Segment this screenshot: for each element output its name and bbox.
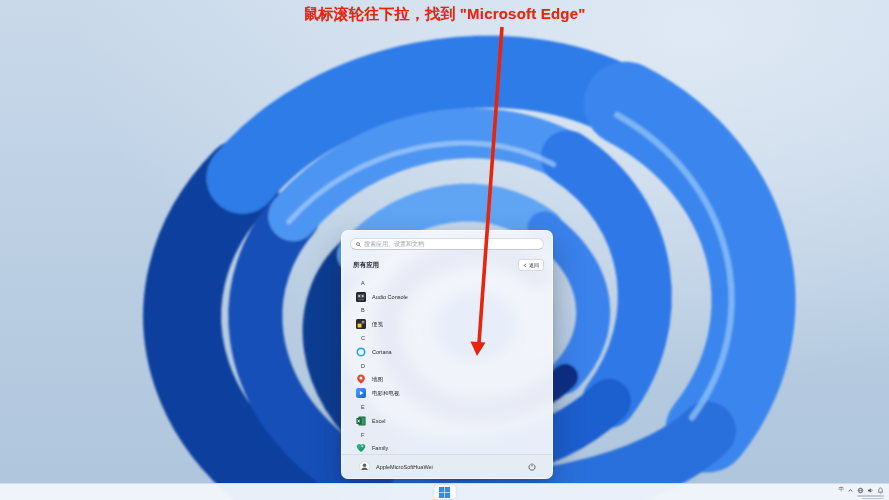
search-input[interactable] xyxy=(364,241,538,247)
tray-datetime[interactable] xyxy=(857,495,884,499)
excel-icon xyxy=(356,416,366,426)
app-row-excel[interactable]: Excel xyxy=(342,414,552,428)
all-apps-header: 所有应用 返回 xyxy=(353,259,544,271)
user-account-button[interactable]: AppleMicroSoftHuaWei xyxy=(376,464,433,470)
back-button[interactable]: 返回 xyxy=(518,259,544,271)
app-row-sticky-notes[interactable]: 便笺 xyxy=(342,317,552,331)
section-letter-f[interactable]: F xyxy=(342,428,552,442)
ime-indicator[interactable]: 中 xyxy=(839,487,845,493)
app-label: Cortana xyxy=(372,349,392,355)
sticky-notes-icon xyxy=(356,319,366,329)
back-button-label: 返回 xyxy=(529,262,539,268)
start-menu-panel: 所有应用 返回 A Audio Console B xyxy=(341,230,553,479)
tray-icons: 中 xyxy=(839,486,885,494)
app-row-audio-console[interactable]: Audio Console xyxy=(342,290,552,304)
app-label: Audio Console xyxy=(372,294,408,300)
start-button[interactable] xyxy=(434,485,456,499)
app-label: 地图 xyxy=(372,376,383,383)
chevron-left-icon xyxy=(523,263,527,268)
section-letter-e[interactable]: E xyxy=(342,400,552,414)
taskbar: 中 xyxy=(0,483,889,500)
power-button[interactable] xyxy=(528,463,536,471)
windows-logo-icon xyxy=(439,487,450,498)
app-row-cortana[interactable]: Cortana xyxy=(342,345,552,359)
family-heart-icon xyxy=(356,443,366,453)
app-label: Excel xyxy=(372,418,385,424)
app-label: 电影和电视 xyxy=(372,390,400,397)
audio-console-icon xyxy=(356,292,366,302)
all-apps-list: A Audio Console B 便笺 xyxy=(342,276,552,455)
cortana-icon xyxy=(356,347,366,357)
start-search-box[interactable] xyxy=(350,238,544,250)
start-menu-user-bar: AppleMicroSoftHuaWei xyxy=(342,454,552,478)
app-label: 便笺 xyxy=(372,321,383,328)
user-avatar-icon[interactable] xyxy=(359,461,370,472)
section-letter-d[interactable]: D xyxy=(342,359,552,373)
app-row-maps[interactable]: 地图 xyxy=(342,373,552,387)
app-label: Family xyxy=(372,445,388,451)
annotation-text: 鼠标滚轮往下拉，找到 "Microsoft Edge" xyxy=(0,5,889,24)
volume-icon[interactable] xyxy=(867,487,874,494)
section-letter-c[interactable]: C xyxy=(342,331,552,345)
all-apps-title: 所有应用 xyxy=(353,261,379,270)
section-letter-a[interactable]: A xyxy=(342,276,552,290)
notifications-bell-icon[interactable] xyxy=(877,487,884,494)
section-letter-b[interactable]: B xyxy=(342,304,552,318)
maps-pin-icon xyxy=(356,374,366,384)
system-tray: 中 xyxy=(839,486,885,499)
network-icon[interactable] xyxy=(857,487,864,494)
search-icon xyxy=(356,242,361,247)
power-icon xyxy=(528,463,536,471)
hidden-icons-chevron-icon[interactable] xyxy=(847,487,854,494)
movies-tv-icon xyxy=(356,388,366,398)
app-row-movies-tv[interactable]: 电影和电视 xyxy=(342,386,552,400)
